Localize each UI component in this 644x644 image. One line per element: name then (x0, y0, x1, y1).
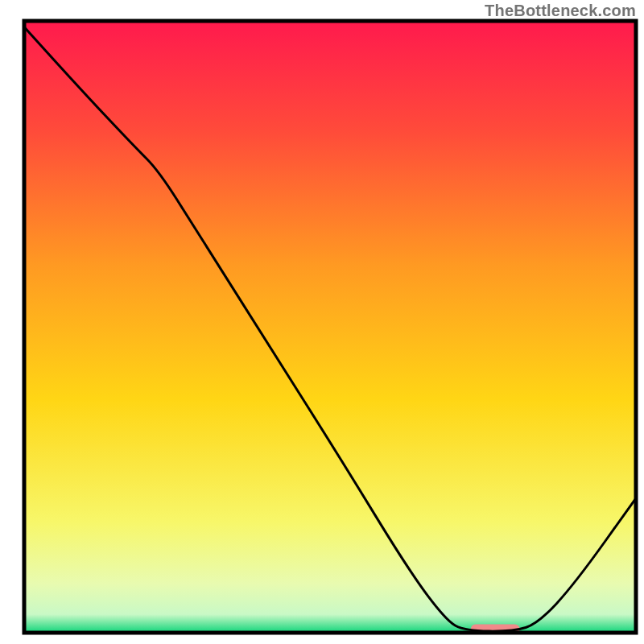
watermark-text: TheBottleneck.com (485, 2, 636, 20)
bottleneck-chart (0, 0, 644, 644)
svg-rect-1 (24, 21, 636, 633)
chart-container: TheBottleneck.com (0, 0, 644, 644)
